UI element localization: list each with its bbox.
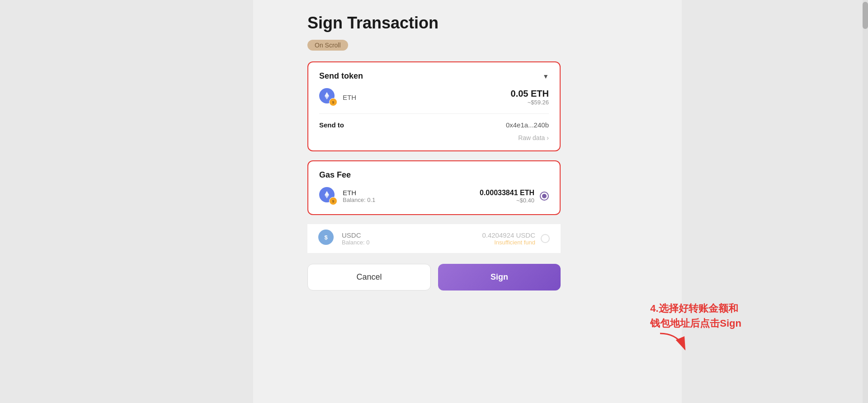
right-bg <box>682 0 863 403</box>
send-to-address: 0x4e1a...240b <box>506 121 549 129</box>
usdc-amount-main: 0.4204924 USDC <box>441 231 535 239</box>
raw-data-chevron: › <box>547 134 549 141</box>
divider <box>319 113 549 114</box>
arrow-annotation <box>656 329 692 358</box>
send-to-label: Send to <box>319 121 344 129</box>
eth-icon: $ <box>319 88 337 106</box>
send-token-title: Send token <box>319 71 363 81</box>
left-bg <box>0 0 253 403</box>
usdc-info: USDC Balance: 0 <box>342 231 436 246</box>
usdc-name: USDC <box>342 231 436 239</box>
sign-button[interactable]: Sign <box>438 264 561 291</box>
coin-badge: $ <box>329 98 337 106</box>
gas-coin-badge: $ <box>329 197 337 205</box>
insufficient-fund: Insufficient fund <box>441 239 535 246</box>
raw-data-text: Raw data <box>518 134 545 141</box>
usdc-balance: Balance: 0 <box>342 239 436 246</box>
send-token-header: Send token ▼ <box>319 71 549 81</box>
gas-token-name: ETH <box>343 189 436 197</box>
action-row: Cancel Sign <box>307 264 561 291</box>
gas-amount-main: 0.00033841 ETH <box>441 189 534 197</box>
gas-fee-card: Gas Fee $ ETH Balance: 0.1 0.00033841 ET… <box>307 160 561 215</box>
usdc-circle: $ <box>318 230 334 245</box>
scrollbar[interactable] <box>863 0 868 403</box>
gas-fee-title: Gas Fee <box>319 170 351 180</box>
main-content: Sign Transaction On Scroll Send token ▼ … <box>307 0 561 309</box>
raw-data-link[interactable]: Raw data › <box>319 134 549 141</box>
eth-token-row: $ ETH 0.05 ETH ~$59.26 <box>319 88 549 106</box>
usdc-icon: $ <box>318 230 336 248</box>
eth-amount-main: 0.05 ETH <box>511 89 549 99</box>
cancel-button[interactable]: Cancel <box>307 264 431 291</box>
send-token-card: Send token ▼ $ ETH 0.05 ETH ~$59.26 <box>307 61 561 151</box>
eth-token-amount: 0.05 ETH ~$59.26 <box>511 89 549 106</box>
annotation-text: 4.选择好转账金额和 钱包地址后点击Sign <box>650 286 741 331</box>
chevron-down-icon[interactable]: ▼ <box>542 73 549 80</box>
gas-eth-icon: $ <box>319 187 337 205</box>
radio-empty[interactable] <box>541 234 550 243</box>
send-to-row: Send to 0x4e1a...240b <box>319 121 549 129</box>
gas-eth-row: $ ETH Balance: 0.1 0.00033841 ETH ~$0.40 <box>319 187 549 205</box>
eth-amount-usd: ~$59.26 <box>511 99 549 106</box>
radio-selected[interactable] <box>540 192 549 201</box>
eth-token-name: ETH <box>343 94 505 101</box>
gas-token-info: ETH Balance: 0.1 <box>343 189 436 203</box>
page-title: Sign Transaction <box>307 14 561 33</box>
gas-balance: Balance: 0.1 <box>343 197 436 203</box>
network-badge: On Scroll <box>307 40 348 51</box>
gas-amount-usd: ~$0.40 <box>441 197 534 204</box>
usdc-amount: 0.4204924 USDC Insufficient fund <box>441 231 535 246</box>
gas-fee-header: Gas Fee <box>319 170 549 180</box>
usdc-row: $ USDC Balance: 0 0.4204924 USDC Insuffi… <box>307 224 561 253</box>
radio-inner <box>542 194 547 198</box>
scrollbar-thumb[interactable] <box>863 2 868 29</box>
gas-amount: 0.00033841 ETH ~$0.40 <box>441 189 534 204</box>
